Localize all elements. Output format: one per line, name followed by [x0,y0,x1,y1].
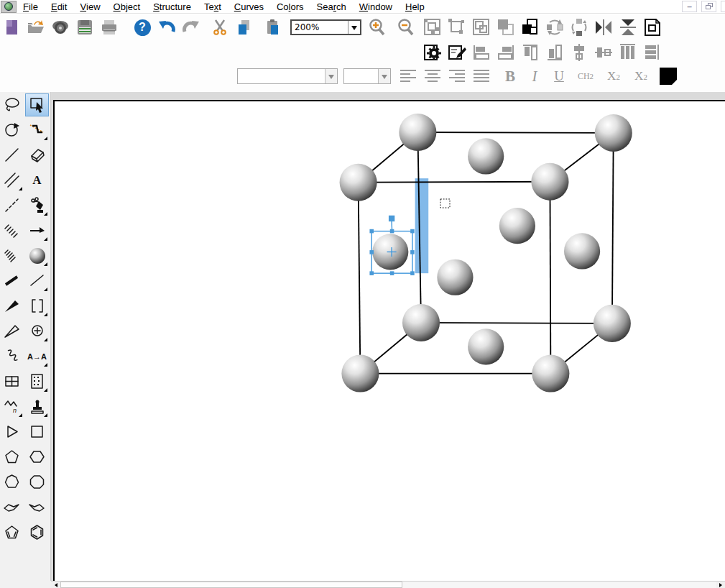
italic-button[interactable]: I [525,66,545,86]
eraser-tool[interactable] [26,144,48,166]
color-swatch-black[interactable] [660,68,677,85]
hash-marks-tool[interactable] [1,245,23,267]
help-button[interactable]: ? [132,17,152,37]
selection-handle[interactable] [369,229,374,234]
rotate-tool[interactable] [1,119,23,141]
zoom-combobox[interactable]: 200% [290,19,361,35]
text-align-right-button[interactable] [447,66,467,86]
horizontal-scrollbar[interactable] [51,581,725,588]
scroll-right-arrow-icon[interactable] [716,582,725,588]
underline-button[interactable]: U [549,66,569,86]
rotate-button[interactable] [545,17,565,37]
align-bottom-button[interactable] [545,42,565,63]
center-horizontally-button[interactable] [594,42,614,63]
font-family-combobox[interactable] [237,68,338,84]
menu-colors[interactable]: Colors [270,0,310,14]
atom-sphere-corner-front-top-right[interactable] [531,163,568,201]
octagon-tool[interactable] [26,472,48,493]
superscript-button[interactable]: X2 [629,66,652,86]
rectangle-select-tool[interactable] [26,94,48,116]
marquee-cursor[interactable] [440,199,450,208]
text-justify-button[interactable] [471,66,491,86]
table-tool[interactable] [1,371,23,392]
atom-sphere-corner-back-bottom-left[interactable] [402,304,440,341]
menu-text[interactable]: Text [198,0,228,14]
cube-edge[interactable] [359,182,550,183]
open-document-button[interactable] [26,17,46,37]
scrollbar-thumb[interactable] [60,582,402,588]
atom-sphere-corner-front-bottom-left[interactable] [341,355,379,392]
zoom-dropdown-arrow-icon[interactable] [348,21,360,34]
atom-sphere-face-right[interactable] [564,233,600,269]
zoom-out-button[interactable] [396,17,416,37]
text-align-center-button[interactable] [422,66,443,86]
atom-sphere-face-bottom[interactable] [468,329,504,364]
flip-vertical-button[interactable] [618,17,638,37]
filled-wedge-tool[interactable] [1,295,23,317]
sphere-tool[interactable] [26,245,48,267]
rotate-objects-button[interactable] [569,17,589,37]
edit-properties-button[interactable] [447,42,467,63]
save-button[interactable] [75,17,95,37]
triangle-tool[interactable] [1,421,23,443]
atom-sphere-corner-front-bottom-right[interactable] [532,355,569,392]
subscript-button[interactable]: X2 [602,66,625,86]
close-button-partial[interactable] [721,1,725,12]
formula-label-button[interactable]: CH2 [573,66,598,86]
line-tool[interactable] [1,144,23,166]
benzene-tool[interactable] [26,522,48,543]
selection-handle[interactable] [390,271,394,275]
squiggle-tool[interactable] [1,346,23,367]
distribute-vertically-button[interactable] [642,42,662,63]
copy-button[interactable] [234,17,254,37]
align-right-button[interactable] [496,42,516,63]
cube-edge[interactable] [421,323,612,323]
thin-line-tool[interactable] [26,270,48,292]
pentagon-tool[interactable] [1,446,23,468]
size-dropdown-arrow-icon[interactable] [378,69,390,83]
hexagon-tool[interactable] [26,446,48,468]
selection-handle[interactable] [390,229,394,234]
fit-to-page-button[interactable] [642,17,662,37]
heptagon-tool[interactable] [1,472,23,493]
print-button[interactable] [99,17,119,37]
menu-help[interactable]: Help [399,0,431,14]
align-left-button[interactable] [471,42,491,63]
menu-search[interactable]: Search [310,0,353,14]
atom-sphere-face-back[interactable] [499,208,535,244]
chair-ring-tool-1[interactable] [1,497,23,518]
bend-tool[interactable] [26,119,48,141]
brackets-tool[interactable] [26,295,48,317]
distribute-horizontally-button[interactable] [618,42,638,63]
arrow-tool[interactable] [26,220,48,242]
menu-window[interactable]: Window [353,0,399,14]
paste-button[interactable] [263,17,283,37]
drawing-canvas[interactable] [51,92,725,581]
square-tool[interactable] [26,421,48,443]
polyline-tool[interactable]: n [1,396,23,418]
selection-handle[interactable] [410,271,415,275]
double-line-tool[interactable] [1,170,23,191]
flip-horizontal-button[interactable] [594,17,614,37]
highlighted-bond-bar[interactable] [415,178,429,273]
selection-handle[interactable] [369,250,374,254]
atom-sphere-face-top[interactable] [468,138,504,174]
document-settings-button[interactable] [422,42,443,63]
group-frame-button[interactable] [471,17,491,37]
rotation-handle[interactable] [389,216,394,221]
menu-curves[interactable]: Curves [228,0,270,14]
atom-sphere-corner-back-top-left[interactable] [399,114,436,151]
undo-button[interactable] [157,17,177,37]
atom-map-tool[interactable]: A→A [26,346,48,367]
stamp-tool[interactable] [26,396,48,418]
menu-object[interactable]: Object [107,0,147,14]
new-document-button[interactable] [1,17,22,37]
cube-edge[interactable] [550,182,550,374]
cut-button[interactable] [210,17,230,37]
atom-sphere-corner-back-bottom-right[interactable] [594,305,631,342]
cyclopentadiene-tool[interactable] [1,522,23,543]
selection-handle[interactable] [410,229,415,234]
group-button[interactable] [422,17,443,37]
selection-handle[interactable] [410,250,415,254]
send-backward-button[interactable] [496,17,516,37]
